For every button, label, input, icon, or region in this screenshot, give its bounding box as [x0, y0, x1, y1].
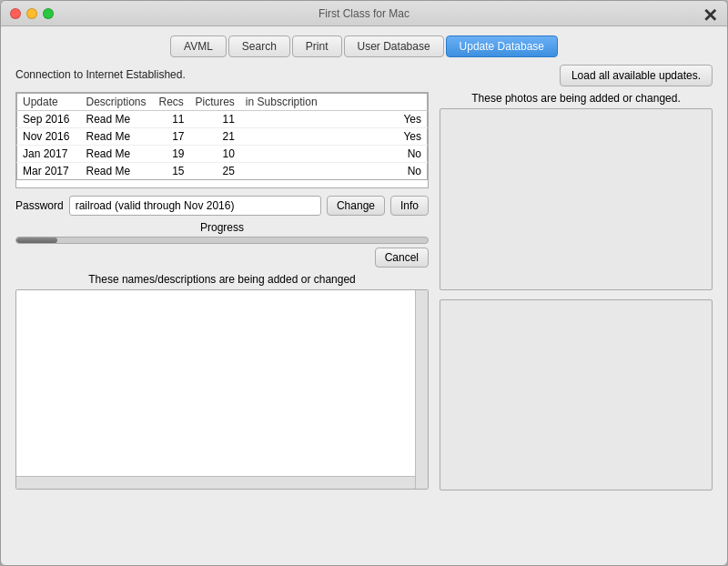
password-label: Password — [15, 199, 64, 212]
cell-update-1: Nov 2016 — [17, 128, 81, 146]
password-input[interactable] — [69, 196, 321, 216]
table-row[interactable]: Nov 2016 Read Me 17 21 Yes — [17, 128, 428, 146]
cell-pics-1: 21 — [190, 128, 240, 146]
cell-recs-2: 19 — [154, 146, 190, 163]
password-row: Password Change Info — [15, 196, 429, 216]
cell-sub-2: No — [240, 146, 428, 163]
cell-recs-3: 15 — [154, 163, 190, 180]
left-column: Update Descriptions Recs Pictures in Sub… — [15, 92, 429, 495]
app-window: First Class for Mac ✕ AVML Search Print … — [0, 0, 728, 566]
tab-update-database[interactable]: Update Database — [446, 35, 558, 57]
table-row[interactable]: Mar 2017 Read Me 15 25 No — [17, 163, 428, 180]
col-header-recs: Recs — [154, 94, 190, 111]
tab-print[interactable]: Print — [292, 35, 342, 57]
close-x-button[interactable]: ✕ — [703, 6, 718, 25]
close-button[interactable] — [10, 8, 21, 19]
cell-update-0: Sep 2016 — [17, 111, 81, 128]
photos-box-top — [440, 108, 713, 290]
names-scrollbar-h[interactable] — [16, 476, 415, 489]
top-section: Connection to Internet Established. Load… — [15, 65, 713, 86]
photos-box-bottom — [440, 299, 713, 490]
names-label: These names/descriptions are being added… — [15, 273, 429, 286]
info-button[interactable]: Info — [390, 196, 429, 216]
progress-bar-container — [15, 237, 429, 244]
main-layout: Update Descriptions Recs Pictures in Sub… — [15, 92, 713, 495]
cell-recs-0: 11 — [154, 111, 190, 128]
update-table: Update Descriptions Recs Pictures in Sub… — [16, 93, 428, 180]
col-header-pics: Pictures — [190, 94, 240, 111]
col-header-sub: in Subscription — [240, 94, 428, 111]
tab-bar: AVML Search Print User Database Update D… — [15, 35, 713, 57]
tab-user-database[interactable]: User Database — [344, 35, 444, 57]
maximize-button[interactable] — [43, 8, 54, 19]
tab-search[interactable]: Search — [228, 35, 290, 57]
cell-pics-0: 11 — [190, 111, 240, 128]
traffic-lights — [10, 8, 54, 19]
table-row[interactable]: Jan 2017 Read Me 19 10 No — [17, 146, 428, 163]
progress-bar-fill — [16, 238, 57, 243]
col-header-desc: Descriptions — [81, 94, 154, 111]
cell-update-3: Mar 2017 — [17, 163, 81, 180]
cell-desc-0: Read Me — [81, 111, 154, 128]
cell-desc-2: Read Me — [81, 146, 154, 163]
minimize-button[interactable] — [26, 8, 37, 19]
cell-pics-3: 25 — [190, 163, 240, 180]
names-box — [15, 289, 429, 490]
cell-pics-2: 10 — [190, 146, 240, 163]
window-content: AVML Search Print User Database Update D… — [1, 26, 727, 504]
cell-desc-1: Read Me — [81, 128, 154, 146]
connection-status: Connection to Internet Established. — [15, 65, 186, 81]
table-row[interactable]: Sep 2016 Read Me 11 11 Yes — [17, 111, 428, 128]
change-button[interactable]: Change — [327, 196, 385, 216]
cell-desc-3: Read Me — [81, 163, 154, 180]
right-column: These photos are being added or changed. — [440, 92, 713, 495]
cell-recs-1: 17 — [154, 128, 190, 146]
title-bar: First Class for Mac ✕ — [1, 1, 727, 26]
names-scrollbar-v[interactable] — [415, 290, 428, 489]
cell-update-2: Jan 2017 — [17, 146, 81, 163]
progress-section: Progress Cancel — [15, 221, 429, 268]
col-header-update: Update — [17, 94, 81, 111]
cell-sub-0: Yes — [240, 111, 428, 128]
cell-sub-1: Yes — [240, 128, 428, 146]
cell-sub-3: No — [240, 163, 428, 180]
photos-label: These photos are being added or changed. — [440, 92, 713, 105]
cancel-row: Cancel — [15, 248, 429, 268]
progress-label: Progress — [15, 221, 429, 234]
cancel-button[interactable]: Cancel — [375, 248, 429, 268]
tab-avml[interactable]: AVML — [170, 35, 227, 57]
update-table-container: Update Descriptions Recs Pictures in Sub… — [15, 92, 429, 188]
load-updates-button[interactable]: Load all available updates. — [560, 65, 713, 86]
window-title: First Class for Mac — [318, 7, 410, 20]
